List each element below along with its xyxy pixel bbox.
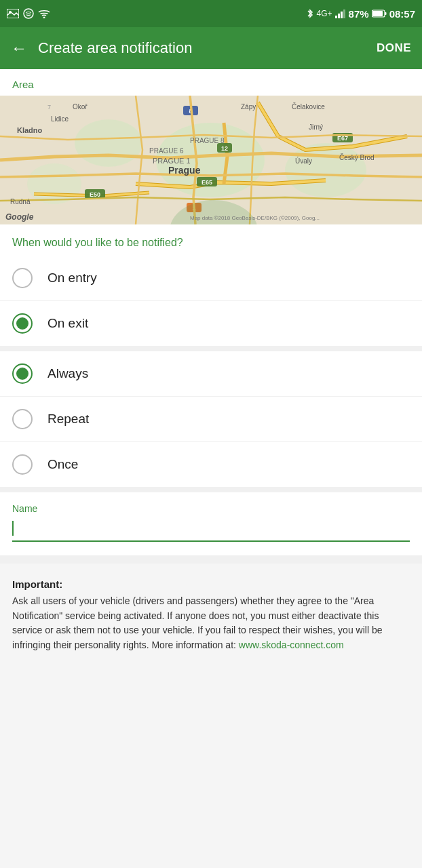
important-section: Important: Ask all users of your vehicle… <box>0 564 422 673</box>
battery-icon <box>372 9 387 18</box>
notification-question: When would you like to be notified? <box>12 237 410 249</box>
svg-text:Google: Google <box>5 212 34 222</box>
signal-bars-icon <box>335 9 346 18</box>
wifi-icon <box>38 9 50 18</box>
svg-text:PRAGUE 1: PRAGUE 1 <box>153 157 191 165</box>
svg-text:Jirný: Jirný <box>309 123 323 131</box>
svg-rect-9 <box>372 11 383 16</box>
radio-label-on-entry: On entry <box>47 271 97 285</box>
map-svg: E67 E65 12 8 E50 1 <box>0 96 422 224</box>
bluetooth-icon <box>306 8 314 19</box>
name-label: Name <box>12 503 410 514</box>
divider-1 <box>0 346 422 351</box>
svg-rect-4 <box>335 16 337 18</box>
radio-on-exit[interactable]: On exit <box>0 301 422 346</box>
important-body: Ask all users of your vehicle (drivers a… <box>12 594 410 653</box>
radio-label-once: Once <box>47 457 78 472</box>
radio-label-always: Always <box>47 366 88 381</box>
radio-circle-repeat <box>12 409 33 429</box>
radio-group-trigger: On entry On exit <box>0 256 422 346</box>
radio-always[interactable]: Always <box>0 351 422 397</box>
svg-rect-5 <box>338 14 340 18</box>
svg-rect-6 <box>341 12 343 18</box>
svg-text:PRAGUE 6: PRAGUE 6 <box>149 147 184 155</box>
spotify-icon <box>23 8 34 19</box>
svg-point-13 <box>75 119 142 167</box>
svg-text:Okoř: Okoř <box>73 103 88 111</box>
svg-text:Úvaly: Úvaly <box>295 157 312 165</box>
name-input[interactable] <box>14 518 410 538</box>
map-container[interactable]: E67 E65 12 8 E50 1 <box>0 96 422 224</box>
important-title: Important: <box>12 578 410 590</box>
svg-text:Český Brod: Český Brod <box>339 153 375 161</box>
radio-circle-once <box>12 454 33 475</box>
svg-point-3 <box>43 17 45 19</box>
svg-text:Lidice: Lidice <box>51 115 69 123</box>
status-left-icons <box>7 8 50 19</box>
svg-text:12: 12 <box>221 145 228 152</box>
top-bar: ← Create area notification DONE <box>0 27 422 69</box>
name-section: Name <box>0 492 422 555</box>
page-title: Create area notification <box>38 39 366 57</box>
area-label: Area <box>0 69 422 96</box>
svg-text:E50: E50 <box>90 191 100 198</box>
image-icon <box>7 9 19 18</box>
radio-once[interactable]: Once <box>0 442 422 487</box>
important-link[interactable]: www.skoda-connect.com <box>239 639 344 650</box>
svg-text:Prague: Prague <box>168 165 201 176</box>
radio-label-repeat: Repeat <box>47 412 89 427</box>
svg-text:Zápy: Zápy <box>241 103 256 111</box>
divider-3 <box>0 555 422 564</box>
signal-text: 4G+ <box>317 9 332 18</box>
status-right-icons: 4G+ 87% 08:57 <box>306 8 415 20</box>
svg-point-15 <box>27 163 81 204</box>
radio-circle-always <box>12 363 33 384</box>
svg-text:Čelakovice: Čelakovice <box>292 102 325 111</box>
main-content: Area E67 E65 12 <box>0 69 422 673</box>
back-button[interactable]: ← <box>11 39 27 58</box>
radio-inner-always <box>16 368 28 380</box>
radio-circle-on-entry <box>12 268 33 288</box>
radio-circle-on-exit <box>12 313 33 334</box>
svg-text:Rudná: Rudná <box>10 198 31 205</box>
radio-group-frequency: Always Repeat Once <box>0 351 422 487</box>
divider-2 <box>0 487 422 492</box>
radio-label-on-exit: On exit <box>47 316 88 331</box>
done-button[interactable]: DONE <box>377 41 411 55</box>
radio-repeat[interactable]: Repeat <box>0 397 422 442</box>
question-section: When would you like to be notified? <box>0 224 422 249</box>
svg-point-14 <box>285 143 366 197</box>
svg-text:7: 7 <box>47 104 51 111</box>
svg-text:E65: E65 <box>202 179 212 186</box>
svg-text:PRAGUE 8: PRAGUE 8 <box>190 137 225 144</box>
time-text: 08:57 <box>389 8 415 20</box>
radio-inner-on-exit <box>16 317 28 330</box>
battery-text: 87% <box>349 8 369 20</box>
svg-rect-10 <box>385 12 387 15</box>
status-bar: 4G+ 87% 08:57 <box>0 0 422 27</box>
svg-rect-7 <box>343 9 345 18</box>
radio-on-entry[interactable]: On entry <box>0 256 422 301</box>
svg-text:Map data ©2018 GeoBasis-DE/BKG: Map data ©2018 GeoBasis-DE/BKG (©2009), … <box>190 215 320 221</box>
svg-text:E67: E67 <box>337 135 348 142</box>
svg-text:Kladno: Kladno <box>17 126 43 134</box>
